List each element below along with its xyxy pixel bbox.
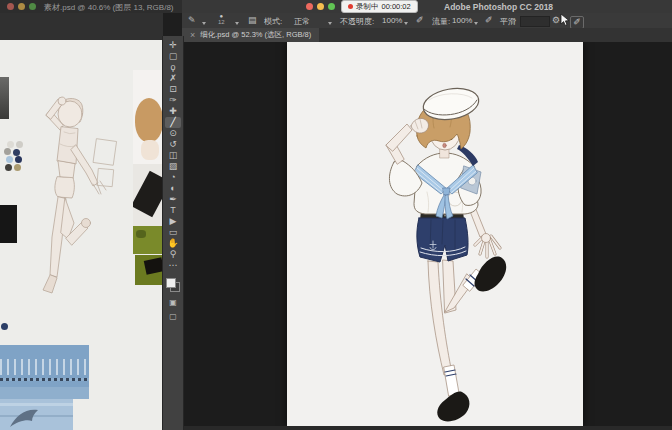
- tools-panel: ✛▢ϙ✗⊡✑✚╱⊙↺◫▨◔◐✒T▶▭✋⚲⋯ ▣ ▢: [162, 36, 184, 430]
- canvas-pasteboard[interactable]: [182, 42, 672, 426]
- smoothing-label: 平滑: [500, 16, 516, 27]
- app-title: Adobe Photoshop CC 2018: [444, 2, 553, 12]
- ref-zoom-button[interactable]: [29, 3, 36, 10]
- lasso-tool[interactable]: ϙ: [165, 62, 181, 73]
- palette-dot-5: [6, 156, 13, 163]
- edit-toolbar[interactable]: ⋯: [165, 260, 181, 271]
- dodge-tool[interactable]: ◐: [165, 183, 181, 194]
- quick-selection-tool[interactable]: ✗: [165, 73, 181, 84]
- dolphin-reference-photo: [0, 399, 73, 430]
- palette-dot-6: [15, 156, 22, 163]
- reference-window-title: 素材.psd @ 40.6% (图层 13, RGB/8): [44, 2, 174, 13]
- move-tool[interactable]: ✛: [165, 40, 181, 51]
- document-tab[interactable]: × 细化.psd @ 52.3% (选区, RGB/8): [182, 28, 319, 42]
- brush-panel-toggle-icon[interactable]: ▤: [248, 15, 257, 25]
- ref-close-button[interactable]: [7, 3, 14, 10]
- window-bottom-edge: [182, 426, 672, 430]
- palette-dot-3: [4, 148, 11, 155]
- opacity-caret[interactable]: [404, 18, 408, 27]
- zoom-button[interactable]: [328, 3, 335, 10]
- screen-mode-button[interactable]: ▢: [163, 312, 183, 321]
- hair-reference-photo: [133, 70, 163, 167]
- shape-tool[interactable]: ▭: [165, 227, 181, 238]
- blur-tool[interactable]: ◔: [165, 172, 181, 183]
- marquee-tool[interactable]: ▢: [165, 51, 181, 62]
- flow-value[interactable]: 100%: [452, 16, 472, 25]
- eraser-tool[interactable]: ◫: [165, 150, 181, 161]
- pen-tool[interactable]: ✒: [165, 194, 181, 205]
- opacity-pressure-icon[interactable]: ✐: [416, 15, 424, 25]
- document-canvas[interactable]: [287, 42, 583, 426]
- reference-window[interactable]: [0, 13, 163, 430]
- mode-caret[interactable]: [328, 18, 332, 27]
- palette-dot-7: [5, 164, 12, 171]
- opacity-label: 不透明度:: [340, 16, 374, 27]
- ref-minimize-button[interactable]: [18, 3, 25, 10]
- palette-dot-4: [13, 149, 20, 156]
- brush-tool-icon[interactable]: ✎: [188, 15, 196, 25]
- palette-dot-8: [14, 164, 21, 171]
- airbrush-icon[interactable]: ✐: [485, 15, 493, 25]
- smoothing-input[interactable]: [520, 16, 550, 27]
- reference-canvas: [0, 40, 163, 430]
- palette-dot-2: [16, 141, 23, 148]
- type-tool[interactable]: T: [165, 205, 181, 216]
- sailor-illustration: [287, 42, 583, 426]
- gradient-tool[interactable]: ▨: [165, 161, 181, 172]
- document-tab-bar: × 细化.psd @ 52.3% (选区, RGB/8): [182, 28, 672, 42]
- brush-tool[interactable]: ╱: [165, 117, 181, 128]
- recording-time: 00:00:02: [382, 2, 411, 11]
- green-reference-photo: [135, 255, 163, 285]
- color-swatches[interactable]: [166, 278, 180, 292]
- black-photo-reference: [0, 205, 17, 243]
- healing-brush-tool[interactable]: ✚: [165, 106, 181, 117]
- recording-dot-icon: [348, 4, 353, 9]
- brush-size-caret[interactable]: [235, 18, 239, 27]
- camera-reference-photo: [133, 164, 163, 254]
- tab-close-icon[interactable]: ×: [190, 30, 195, 40]
- path-selection-tool[interactable]: ▶: [165, 216, 181, 227]
- crop-tool[interactable]: ⊡: [165, 84, 181, 95]
- quick-mask-button[interactable]: ▣: [163, 298, 183, 307]
- flow-label: 流量:: [432, 16, 450, 27]
- mode-label: 模式:: [264, 16, 282, 27]
- eyedropper-tool[interactable]: ✑: [165, 95, 181, 106]
- clone-stamp-tool[interactable]: ⊙: [165, 128, 181, 139]
- recording-label: 录制中: [356, 2, 379, 12]
- main-window-titlebar: [182, 0, 672, 13]
- brush-preset-caret[interactable]: [202, 18, 206, 27]
- minimize-button[interactable]: [317, 3, 324, 10]
- title-bar: 素材.psd @ 40.6% (图层 13, RGB/8) Adobe Phot…: [0, 0, 672, 13]
- smoothing-gear-icon[interactable]: ⚙: [552, 15, 560, 25]
- mode-select[interactable]: 正常: [294, 16, 310, 27]
- history-brush-tool[interactable]: ↺: [165, 139, 181, 150]
- tool-list: ✛▢ϙ✗⊡✑✚╱⊙↺◫▨◔◐✒T▶▭✋⚲⋯: [163, 36, 183, 271]
- opacity-value[interactable]: 100%: [382, 16, 402, 25]
- dark-strip-reference: [0, 77, 9, 119]
- ocean-birds-reference-photo: [0, 345, 89, 399]
- screen-recording-badge[interactable]: 录制中00:00:02: [341, 0, 418, 13]
- close-button[interactable]: [306, 3, 313, 10]
- blue-dot-mark: [1, 323, 8, 330]
- brush-preview[interactable]: ● 12: [218, 13, 225, 25]
- flow-caret[interactable]: [474, 18, 478, 27]
- foreground-color-swatch[interactable]: [166, 278, 176, 288]
- zoom-tool[interactable]: ⚲: [165, 249, 181, 260]
- tab-title: 细化.psd @ 52.3% (选区, RGB/8): [200, 30, 311, 40]
- options-bar: ✎ ● 12 ▤ 模式: 正常 不透明度: 100% ✐ 流量: 100% ✐ …: [182, 13, 672, 29]
- palette-dot-1: [7, 141, 14, 148]
- hand-tool[interactable]: ✋: [165, 238, 181, 249]
